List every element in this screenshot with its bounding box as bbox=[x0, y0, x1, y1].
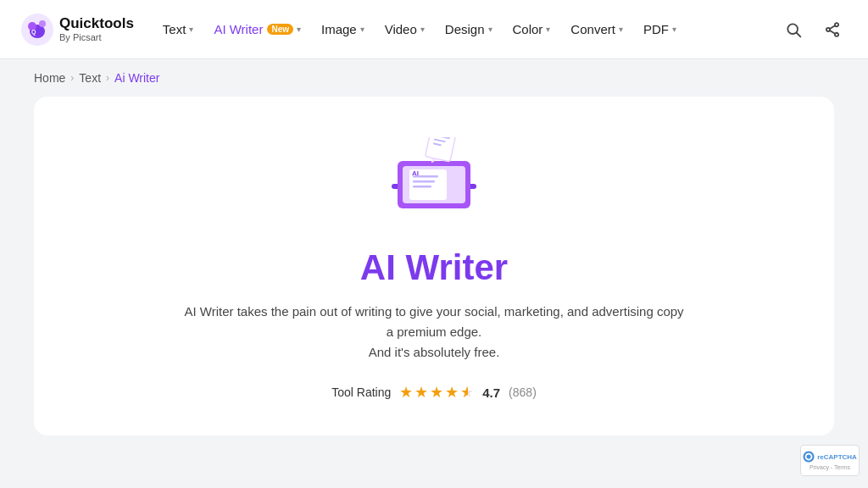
logo[interactable]: Q Quicktools By Picsart bbox=[20, 13, 134, 47]
breadcrumb-text[interactable]: Text bbox=[79, 71, 101, 85]
breadcrumb: Home › Text › Ai Writer bbox=[0, 59, 868, 97]
logo-icon: Q bbox=[20, 13, 54, 47]
rating-row: Tool Rating ★ ★ ★ ★ ★ ★ 4.7 (868) bbox=[331, 383, 537, 402]
logo-sub: By Picsart bbox=[59, 32, 134, 42]
new-badge: New bbox=[267, 24, 293, 35]
breadcrumb-current[interactable]: Ai Writer bbox=[114, 71, 159, 85]
svg-line-6 bbox=[797, 32, 801, 36]
chevron-down-icon: ▾ bbox=[619, 25, 623, 34]
chevron-down-icon: ▾ bbox=[546, 25, 550, 34]
star-1: ★ bbox=[399, 383, 413, 402]
svg-rect-18 bbox=[413, 186, 431, 188]
nav-item-ai-writer[interactable]: AI Writer New ▾ bbox=[205, 17, 309, 42]
recaptcha-icon bbox=[803, 451, 815, 463]
main-container: AI AI Writer AI Wri bbox=[0, 97, 868, 469]
rating-label: Tool Rating bbox=[331, 385, 391, 399]
header-actions bbox=[778, 14, 848, 45]
rating-score: 4.7 bbox=[482, 385, 500, 400]
nav-item-image[interactable]: Image ▾ bbox=[313, 17, 373, 42]
search-button[interactable] bbox=[778, 14, 809, 45]
star-3: ★ bbox=[430, 383, 443, 402]
svg-rect-17 bbox=[413, 180, 435, 183]
breadcrumb-sep-1: › bbox=[70, 72, 74, 84]
svg-point-3 bbox=[39, 20, 46, 27]
tool-card: AI AI Writer AI Wri bbox=[34, 97, 834, 435]
chevron-down-icon: ▾ bbox=[488, 25, 492, 34]
star-rating: ★ ★ ★ ★ ★ ★ bbox=[399, 383, 474, 402]
search-icon bbox=[785, 21, 802, 38]
nav-item-pdf[interactable]: PDF ▾ bbox=[635, 17, 685, 42]
chevron-down-icon: ▾ bbox=[189, 25, 193, 34]
breadcrumb-sep-2: › bbox=[106, 72, 109, 84]
chevron-down-icon: ▾ bbox=[672, 25, 676, 34]
star-4: ★ bbox=[445, 383, 459, 402]
nav-item-color[interactable]: Color ▾ bbox=[504, 17, 559, 42]
tool-description: AI Writer takes the pain out of writing … bbox=[180, 302, 688, 363]
recaptcha-badge: reCAPTCHA Privacy - Terms bbox=[800, 445, 860, 476]
svg-line-11 bbox=[830, 25, 835, 29]
logo-name: Quicktools bbox=[59, 16, 134, 32]
tool-title: AI Writer bbox=[360, 247, 508, 288]
svg-text:AI: AI bbox=[412, 169, 419, 177]
ai-writer-illustration: AI bbox=[379, 137, 489, 230]
svg-line-10 bbox=[830, 30, 835, 34]
chevron-down-icon: ▾ bbox=[420, 25, 425, 34]
nav-item-video[interactable]: Video ▾ bbox=[376, 17, 433, 42]
nav-item-text[interactable]: Text ▾ bbox=[154, 17, 203, 42]
breadcrumb-home[interactable]: Home bbox=[34, 71, 65, 85]
star-half: ★ ★ bbox=[460, 383, 474, 402]
svg-text:Q: Q bbox=[31, 29, 36, 36]
share-icon bbox=[824, 21, 841, 38]
main-nav: Text ▾ AI Writer New ▾ Image ▾ Video ▾ D… bbox=[154, 17, 771, 42]
rating-count: (868) bbox=[509, 385, 537, 399]
nav-item-design[interactable]: Design ▾ bbox=[437, 17, 501, 42]
share-button[interactable] bbox=[817, 14, 848, 45]
chevron-down-icon: ▾ bbox=[297, 25, 301, 34]
nav-item-convert[interactable]: Convert ▾ bbox=[562, 17, 632, 42]
star-2: ★ bbox=[415, 383, 428, 402]
chevron-down-icon: ▾ bbox=[360, 25, 364, 34]
